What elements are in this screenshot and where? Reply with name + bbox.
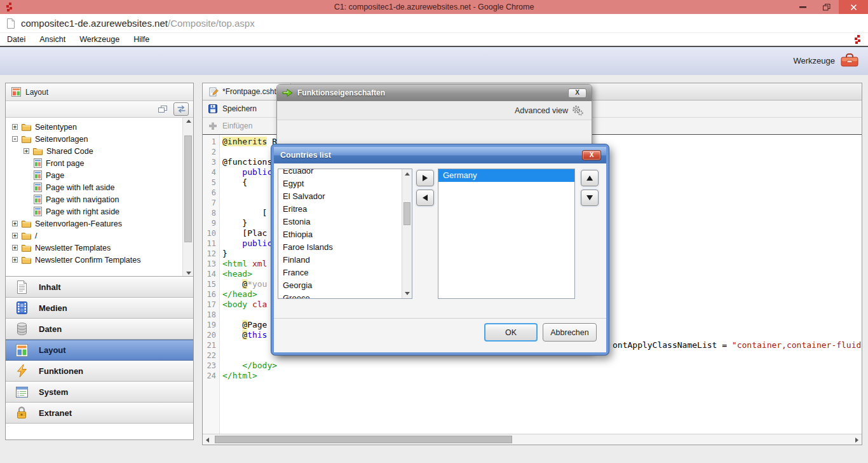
country-option[interactable]: France	[278, 266, 402, 279]
tree-expander-icon[interactable]: +	[12, 221, 18, 226]
toolbox-icon[interactable]	[840, 53, 859, 71]
tree-item[interactable]: +Newsletter Templates	[6, 242, 180, 254]
tree-item-label: Page	[46, 171, 64, 180]
window-titlebar: C1: compositec1-de.azurewebsites.net - G…	[0, 0, 868, 14]
selected-countries-list[interactable]: Germany	[438, 169, 575, 299]
scroll-down-icon[interactable]	[405, 292, 410, 295]
scroll-up-icon[interactable]	[186, 120, 191, 123]
scroll-up-icon[interactable]	[405, 172, 410, 176]
tree-expander-icon[interactable]: +	[24, 148, 29, 154]
tree-item[interactable]: Front page	[6, 157, 180, 169]
tree-item[interactable]: +Seitenvorlagen-Features	[6, 218, 180, 230]
tree-item[interactable]: Page with right aside	[6, 205, 180, 218]
folder-icon	[22, 219, 31, 228]
restore-button[interactable]	[815, 0, 839, 14]
tree-item[interactable]: Page with left aside	[6, 181, 180, 193]
menu-items: DateiAnsichtWerkzeugeHilfe	[0, 35, 156, 44]
scrollbar-thumb[interactable]	[215, 436, 512, 443]
page-file-icon	[6, 18, 15, 29]
country-option[interactable]: Eritrea	[278, 203, 402, 216]
menu-item-werkzeuge[interactable]: Werkzeuge	[72, 35, 126, 44]
tree-item[interactable]: -Seitenvorlagen	[6, 133, 180, 145]
cancel-button[interactable]: Abbrechen	[543, 323, 597, 342]
workspace: Layout +Seitentypen-Seitenvorlagen+Share…	[0, 75, 868, 463]
tree-expander-icon[interactable]: +	[12, 124, 18, 130]
right-arrow-icon	[423, 175, 428, 181]
scroll-down-icon[interactable]	[186, 272, 191, 275]
line-number-gutter: 123456789101112131415161718192021222324	[203, 135, 220, 434]
move-left-button[interactable]	[416, 190, 434, 206]
tree-scrollbar[interactable]	[182, 118, 193, 277]
country-option[interactable]: Georgia	[278, 279, 402, 292]
country-option[interactable]: Estonia	[278, 216, 402, 228]
country-selected[interactable]: Germany	[438, 169, 574, 182]
section-label: Extranet	[39, 408, 72, 418]
tree-item[interactable]: +Shared Code	[6, 145, 180, 157]
country-option[interactable]: Faroe Islands	[278, 241, 402, 254]
country-option[interactable]: Ethiopia	[278, 228, 402, 241]
advanced-view-link[interactable]: Advanced view	[515, 106, 568, 115]
dialog-titlebar[interactable]: Countries list X	[274, 147, 606, 163]
swap-panels-icon[interactable]	[173, 102, 189, 116]
code-fragment: ontApplyClassNameList = "container,conta…	[613, 340, 862, 350]
page-url: compositec1-de.azurewebsites.net/Composi…	[21, 18, 255, 29]
section-label: Inhalt	[39, 282, 61, 292]
line-number: 21	[203, 340, 216, 350]
horizontal-scrollbar[interactable]	[203, 434, 862, 445]
scroll-left-icon[interactable]	[206, 438, 209, 443]
sidebar-section-system[interactable]: System	[6, 382, 193, 403]
tree-expander-icon[interactable]: +	[12, 257, 18, 263]
sidebar-section-funktionen[interactable]: Funktionen	[6, 361, 193, 382]
tab-label: *Frontpage.cshtml	[222, 87, 284, 96]
sidebar-section-inhalt[interactable]: Inhalt	[6, 277, 193, 298]
scrollbar-thumb[interactable]	[184, 135, 192, 242]
tree-expander-icon[interactable]: +	[12, 233, 18, 238]
dialog-titlebar[interactable]: Funktionseigenschaften X	[277, 85, 592, 101]
tree-item-label: Seitentypen	[35, 123, 77, 132]
country-option[interactable]: Finland	[278, 254, 402, 266]
country-option[interactable]: Greece	[278, 292, 402, 299]
list-scrollbar[interactable]	[402, 169, 412, 298]
country-option[interactable]: El Salvador	[278, 190, 402, 203]
ok-button[interactable]: OK	[484, 323, 538, 342]
tree-item[interactable]: Page	[6, 169, 180, 181]
sidebar-section-layout[interactable]: Layout	[6, 340, 193, 361]
folder-icon	[33, 147, 43, 155]
url-bar[interactable]: compositec1-de.azurewebsites.net/Composi…	[0, 14, 868, 33]
scrollbar-thumb[interactable]	[403, 202, 410, 225]
line-number: 14	[203, 269, 216, 279]
template-tree: +Seitentypen-Seitenvorlagen+Shared CodeF…	[6, 118, 193, 277]
minimize-button[interactable]	[790, 0, 815, 14]
cascade-windows-icon[interactable]	[155, 102, 170, 116]
tree-item[interactable]: Page with navigation	[6, 193, 180, 205]
tree-expander-icon[interactable]: -	[12, 136, 18, 142]
move-up-button[interactable]	[581, 170, 599, 186]
folder-icon	[22, 256, 31, 264]
tree-item-label: Page with left aside	[46, 183, 114, 192]
scroll-right-icon[interactable]	[855, 438, 858, 443]
c1-logo-icon	[5, 3, 13, 12]
sidebar-section-extranet[interactable]: Extranet	[6, 403, 193, 424]
tree-item-label: Seitenvorlagen	[35, 135, 88, 144]
move-right-button[interactable]	[416, 170, 434, 186]
tree-item[interactable]: +Seitentypen	[6, 121, 180, 133]
gears-icon[interactable]	[572, 105, 583, 116]
tree-item[interactable]: +Newsletter Confirm Templates	[6, 254, 180, 266]
section-label: Layout	[39, 345, 66, 355]
sidebar-section-daten[interactable]: Daten	[6, 319, 193, 340]
tree-item[interactable]: +/	[6, 230, 180, 242]
sidebar-section-medien[interactable]: Medien	[6, 298, 193, 319]
dialog-close-button[interactable]: X	[582, 150, 601, 160]
menu-item-ansicht[interactable]: Ansicht	[32, 35, 72, 44]
dialog-close-button[interactable]: X	[568, 88, 587, 98]
lock-icon	[14, 406, 29, 420]
menu-item-datei[interactable]: Datei	[0, 35, 32, 44]
section-label: Funktionen	[39, 366, 83, 376]
move-down-button[interactable]	[581, 190, 599, 206]
menu-item-hilfe[interactable]: Hilfe	[126, 35, 156, 44]
country-option[interactable]: Ecuador	[278, 169, 402, 177]
close-button[interactable]	[839, 0, 868, 14]
country-option[interactable]: Egypt	[278, 177, 402, 190]
tree-expander-icon[interactable]: +	[12, 245, 18, 251]
available-countries-list[interactable]: EcuadorEgyptEl SalvadorEritreaEstoniaEth…	[278, 169, 412, 299]
